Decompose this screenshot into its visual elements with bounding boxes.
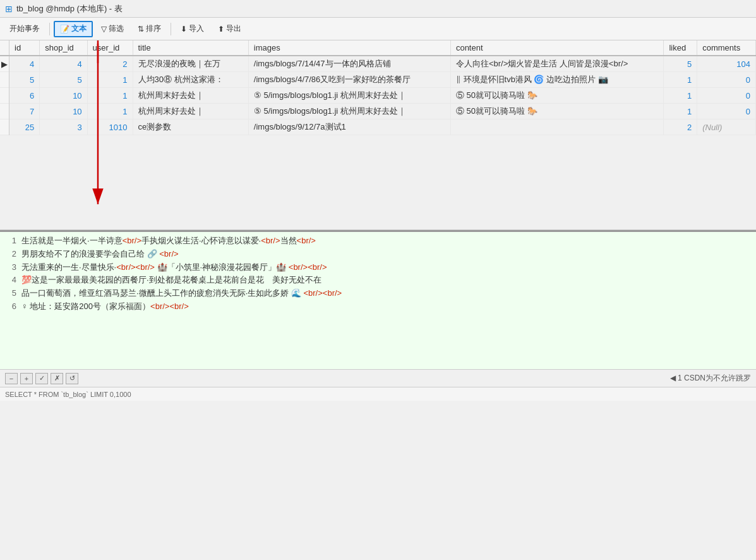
text-icon: 📝 [60, 25, 69, 33]
col-title[interactable]: title [133, 40, 248, 56]
line-number: 5 [5, 287, 16, 300]
table-icon: ⊞ [5, 4, 13, 14]
col-comments[interactable]: comments [697, 40, 756, 56]
cell-title[interactable]: 杭州周末好去处｜ [133, 104, 248, 119]
bottom-line: 4💯这是一家最最最美花园的西餐厅·到处都是花餐桌上是花前台是花 美好无处不在 [5, 274, 751, 287]
export-button[interactable]: ⬆ 导出 [212, 21, 247, 37]
cell-shop-id[interactable]: 4 [40, 56, 87, 72]
cell-content[interactable]: ⑤ 50就可以骑马啦 🐎 [450, 88, 664, 104]
cell-content[interactable]: ⑤ 50就可以骑马啦 🐎 [450, 104, 664, 119]
cell-id[interactable]: 6 [9, 88, 40, 104]
cell-comments[interactable]: 104 [697, 56, 756, 72]
cell-content[interactable]: ‖ 环境是怀旧tvb港风 🌀 边吃边拍照片 📷 [450, 72, 664, 88]
cell-shop-id[interactable]: 5 [40, 72, 87, 88]
col-images[interactable]: images [248, 40, 450, 56]
status-bar: − + ✓ ✗ ↺ ◀ 1 CSDN为不允许跳罗 [0, 369, 756, 387]
col-shop-id[interactable]: shop_id [40, 40, 87, 56]
add-button[interactable]: + [20, 373, 33, 384]
row-indicator-header [0, 40, 9, 56]
table-row[interactable]: 6101杭州周末好去处｜⑤ 5/imgs/blogs/blog1.ji 杭州周末… [0, 88, 756, 104]
line-number: 2 [5, 248, 16, 261]
filter-button[interactable]: ▽ 筛选 [95, 21, 129, 37]
window-title: tb_blog @hmdp (本地库) - 表 [16, 3, 123, 15]
cell-id[interactable]: 5 [9, 72, 40, 88]
cell-id[interactable]: 7 [9, 104, 40, 119]
row-indicator: ▶ [0, 56, 9, 72]
data-table: id shop_id user_id title images content … [0, 40, 756, 135]
line-number: 3 [5, 261, 16, 274]
col-user-id[interactable]: user_id [87, 40, 133, 56]
cell-user-id[interactable]: 1 [87, 88, 133, 104]
bottom-line: 5品一口葡萄酒，维亚红酒马瑟兰·微醺上头工作的疲愈消失无际·生如此多娇 🌊 <b… [5, 287, 751, 300]
cell-id[interactable]: 25 [9, 119, 40, 135]
table-row[interactable]: 7101杭州周末好去处｜⑤ 5/imgs/blogs/blog1.ji 杭州周末… [0, 104, 756, 119]
cell-shop-id[interactable]: 3 [40, 119, 87, 135]
toolbar-separator [49, 23, 50, 35]
col-id[interactable]: id [9, 40, 40, 56]
import-icon: ⬇ [181, 25, 187, 33]
begin-transaction-button[interactable]: 开始事务 [4, 21, 45, 37]
cell-shop-id[interactable]: 10 [40, 104, 87, 119]
table-row[interactable]: ▶442无尽浪漫的夜晚｜在万/imgs/blogs/7/14/47与一体的风格店… [0, 56, 756, 72]
table-row[interactable]: 551人均30⑧ 杭州这家港：/imgs/blogs/4/7/86又吃到一家好吃… [0, 72, 756, 88]
line-number: 4 [5, 274, 16, 287]
cell-content[interactable] [450, 119, 664, 135]
cell-user-id[interactable]: 1010 [87, 119, 133, 135]
cell-images[interactable]: /imgs/blogs/7/14/47与一体的风格店铺 [248, 56, 450, 72]
line-content: 无法重来的一生·尽量快乐·<br/><br/> 🏰「小筑里·神秘浪漫花园餐厅」🏰… [21, 261, 327, 274]
row-indicator [0, 104, 9, 119]
bottom-text-panel: 1生活就是一半烟火·一半诗意<br/>手执烟火谋生活·心怀诗意以谋爱·<br/>… [0, 230, 756, 369]
sort-button[interactable]: ⇅ 排序 [132, 21, 167, 37]
cell-images[interactable]: ⑤ 5/imgs/blogs/blog1.ji 杭州周末好去处｜ [248, 104, 450, 119]
sql-text: SELECT * FROM `tb_blog` LIMIT 0,1000 [5, 391, 131, 398]
sort-icon: ⇅ [138, 25, 144, 33]
table-area: id shop_id user_id title images content … [0, 40, 756, 230]
cell-title[interactable]: 无尽浪漫的夜晚｜在万 [133, 56, 248, 72]
toolbar-separator-2 [171, 23, 171, 35]
line-content: 品一口葡萄酒，维亚红酒马瑟兰·微醺上头工作的疲愈消失无际·生如此多娇 🌊 <br… [21, 287, 342, 300]
cell-comments[interactable]: 0 [697, 88, 756, 104]
toolbar: 开始事务 📝 文本 ▽ 筛选 ⇅ 排序 ⬇ 导入 ⬆ 导出 [0, 18, 756, 40]
cell-user-id[interactable]: 2 [87, 56, 133, 72]
col-liked[interactable]: liked [664, 40, 697, 56]
row-indicator [0, 72, 9, 88]
cell-content[interactable]: 令人向往<br/>烟火皆是生活 人间皆是浪漫<br/> [450, 56, 664, 72]
cell-id[interactable]: 4 [9, 56, 40, 72]
cell-comments[interactable]: 0 [697, 104, 756, 119]
line-number: 6 [5, 300, 16, 313]
cell-comments[interactable]: 0 [697, 72, 756, 88]
bottom-line: 2男朋友给不了的浪漫要学会自己给 🔗 <br/> [5, 248, 751, 261]
cell-liked[interactable]: 5 [664, 56, 697, 72]
refresh-button[interactable]: ↺ [66, 373, 78, 384]
cell-images[interactable]: /imgs/blogs/4/7/86又吃到一家好吃的茶餐厅 [248, 72, 450, 88]
cell-title[interactable]: 杭州周末好去处｜ [133, 88, 248, 104]
cancel-button[interactable]: ✗ [51, 373, 63, 384]
cell-title[interactable]: 人均30⑧ 杭州这家港： [133, 72, 248, 88]
cell-images[interactable]: /imgs/blogs/9/12/7a测试1 [248, 119, 450, 135]
cell-comments[interactable]: (Null) [697, 119, 756, 135]
table-body: ▶442无尽浪漫的夜晚｜在万/imgs/blogs/7/14/47与一体的风格店… [0, 56, 756, 135]
main-wrapper: id shop_id user_id title images content … [0, 40, 756, 560]
cell-liked[interactable]: 1 [664, 104, 697, 119]
title-bar: ⊞ tb_blog @hmdp (本地库) - 表 [0, 0, 756, 18]
check-button[interactable]: ✓ [35, 373, 48, 384]
line-number: 1 [5, 234, 16, 248]
cell-user-id[interactable]: 1 [87, 72, 133, 88]
col-content[interactable]: content [450, 40, 664, 56]
cell-liked[interactable]: 2 [664, 119, 697, 135]
cell-liked[interactable]: 1 [664, 72, 697, 88]
row-indicator [0, 119, 9, 135]
status-right: ◀ 1 CSDN为不允许跳罗 [670, 373, 751, 384]
cell-title[interactable]: ce测参数 [133, 119, 248, 135]
cell-user-id[interactable]: 1 [87, 104, 133, 119]
table-row[interactable]: 2531010ce测参数/imgs/blogs/9/12/7a测试12(Null… [0, 119, 756, 135]
cell-images[interactable]: ⑤ 5/imgs/blogs/blog1.ji 杭州周末好去处｜ [248, 88, 450, 104]
text-button[interactable]: 📝 文本 [54, 21, 93, 37]
cell-liked[interactable]: 1 [664, 88, 697, 104]
line-content: 生活就是一半烟火·一半诗意<br/>手执烟火谋生活·心怀诗意以谋爱·<br/>当… [21, 234, 316, 248]
import-button[interactable]: ⬇ 导入 [175, 21, 210, 37]
minus-button[interactable]: − [5, 373, 18, 384]
line-content: 💯这是一家最最最美花园的西餐厅·到处都是花餐桌上是花前台是花 美好无处不在 [21, 274, 321, 287]
cell-shop-id[interactable]: 10 [40, 88, 87, 104]
line-content: 男朋友给不了的浪漫要学会自己给 🔗 <br/> [21, 248, 179, 261]
